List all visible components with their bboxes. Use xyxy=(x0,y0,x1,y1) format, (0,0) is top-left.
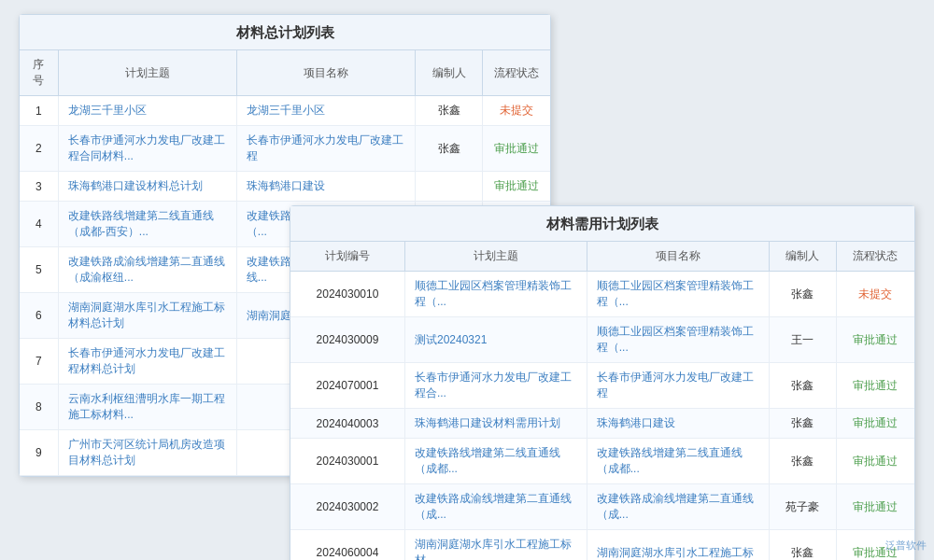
row-theme[interactable]: 湖南洞庭湖水库引水工程施工标材... xyxy=(404,530,587,561)
table-row: 2024030009 测试20240321 顺德工业园区档案管理精装饰工程（..… xyxy=(290,317,914,363)
table1-col-project: 项目名称 xyxy=(236,50,415,96)
row-no: 2 xyxy=(20,126,58,172)
watermark: 泛普软件 xyxy=(885,539,927,553)
row-no: 9 xyxy=(20,430,58,476)
table-row: 2024040003 珠海鹤港口建设材料需用计划 珠海鹤港口建设 张鑫 审批通过 xyxy=(290,409,914,439)
table-row: 2024070001 长春市伊通河水力发电厂改建工程合... 长春市伊通河水力发… xyxy=(290,363,914,409)
row-status: 审批通过 xyxy=(836,484,914,530)
need-material-plan-title: 材料需用计划列表 xyxy=(290,206,914,242)
row-project[interactable]: 顺德工业园区档案管理精装饰工程（... xyxy=(587,317,769,363)
table2-col-editor: 编制人 xyxy=(769,242,836,272)
table-row: 1 龙湖三千里小区 龙湖三千里小区 张鑫 未提交 xyxy=(20,96,550,126)
row-status: 审批通过 xyxy=(483,126,550,172)
row-code: 2024040003 xyxy=(290,409,404,439)
row-editor: 王一 xyxy=(769,317,836,363)
table2-col-project: 项目名称 xyxy=(587,242,769,272)
row-code: 2024030010 xyxy=(290,272,404,317)
table2-header-row: 计划编号 计划主题 项目名称 编制人 流程状态 xyxy=(290,242,914,272)
table1-col-editor: 编制人 xyxy=(415,50,482,96)
table-row: 2024030010 顺德工业园区档案管理精装饰工程（... 顺德工业园区档案管… xyxy=(290,272,914,317)
row-status: 未提交 xyxy=(483,96,550,126)
row-no: 4 xyxy=(20,202,58,247)
row-editor: 张鑫 xyxy=(415,96,482,126)
row-editor: 张鑫 xyxy=(769,409,836,439)
row-editor: 张鑫 xyxy=(769,439,836,484)
row-theme[interactable]: 龙湖三千里小区 xyxy=(58,96,236,126)
row-no: 1 xyxy=(20,96,58,126)
row-no: 8 xyxy=(20,385,58,430)
row-editor xyxy=(415,172,482,202)
row-theme[interactable]: 长春市伊通河水力发电厂改建工程合同材料... xyxy=(58,126,236,172)
row-project[interactable]: 湖南洞庭湖水库引水工程施工标 xyxy=(587,530,769,561)
row-editor: 张鑫 xyxy=(769,363,836,409)
table-row: 2 长春市伊通河水力发电厂改建工程合同材料... 长春市伊通河水力发电厂改建工程… xyxy=(20,126,550,172)
total-material-plan-title: 材料总计划列表 xyxy=(20,15,550,50)
row-theme[interactable]: 长春市伊通河水力发电厂改建工程合... xyxy=(404,363,587,409)
table-row: 2024030001 改建铁路线增建第二线直通线（成都... 改建铁路线增建第二… xyxy=(290,439,914,484)
row-status: 审批通过 xyxy=(836,317,914,363)
row-status: 未提交 xyxy=(836,272,914,317)
row-theme[interactable]: 改建铁路线增建第二线直通线（成都-西安）... xyxy=(58,202,236,247)
row-project[interactable]: 龙湖三千里小区 xyxy=(236,96,415,126)
row-project[interactable]: 顺德工业园区档案管理精装饰工程（... xyxy=(587,272,769,317)
row-status: 审批通过 xyxy=(836,439,914,484)
row-editor: 张鑫 xyxy=(415,126,482,172)
row-code: 2024030009 xyxy=(290,317,404,363)
row-status: 审批通过 xyxy=(836,363,914,409)
row-theme[interactable]: 珠海鹤港口建设材料总计划 xyxy=(58,172,236,202)
table1-col-theme: 计划主题 xyxy=(58,50,236,96)
row-editor: 张鑫 xyxy=(769,530,836,561)
row-no: 6 xyxy=(20,293,58,339)
row-project[interactable]: 改建铁路成渝线增建第二直通线（成... xyxy=(587,484,769,530)
row-editor: 张鑫 xyxy=(769,272,836,317)
table-row: 2024030002 改建铁路成渝线增建第二直通线（成... 改建铁路成渝线增建… xyxy=(290,484,914,530)
table2-col-theme: 计划主题 xyxy=(404,242,587,272)
table-row: 2024060004 湖南洞庭湖水库引水工程施工标材... 湖南洞庭湖水库引水工… xyxy=(290,530,914,561)
row-code: 2024060004 xyxy=(290,530,404,561)
row-no: 3 xyxy=(20,172,58,202)
need-material-plan-table: 材料需用计划列表 计划编号 计划主题 项目名称 编制人 流程状态 2024030… xyxy=(290,205,915,560)
row-theme[interactable]: 测试20240321 xyxy=(404,317,587,363)
table2-col-code: 计划编号 xyxy=(290,242,404,272)
row-code: 2024070001 xyxy=(290,363,404,409)
table1-header-row: 序号 计划主题 项目名称 编制人 流程状态 xyxy=(20,50,550,96)
row-project[interactable]: 珠海鹤港口建设 xyxy=(236,172,415,202)
row-theme[interactable]: 改建铁路成渝线增建第二直通线（成... xyxy=(404,484,587,530)
row-theme[interactable]: 湖南洞庭湖水库引水工程施工标材料总计划 xyxy=(58,293,236,339)
row-theme[interactable]: 云南水利枢纽漕明水库一期工程施工标材料... xyxy=(58,385,236,430)
row-project[interactable]: 珠海鹤港口建设 xyxy=(587,409,769,439)
row-no: 5 xyxy=(20,247,58,293)
row-theme[interactable]: 长春市伊通河水力发电厂改建工程材料总计划 xyxy=(58,339,236,385)
row-project[interactable]: 改建铁路线增建第二线直通线（成都... xyxy=(587,439,769,484)
table2-col-status: 流程状态 xyxy=(836,242,914,272)
row-status: 审批通过 xyxy=(483,172,550,202)
row-theme[interactable]: 改建铁路线增建第二线直通线（成都... xyxy=(404,439,587,484)
row-theme[interactable]: 广州市天河区统计局机房改造项目材料总计划 xyxy=(58,430,236,476)
row-theme[interactable]: 改建铁路成渝线增建第二直通线（成渝枢纽... xyxy=(58,247,236,293)
row-no: 7 xyxy=(20,339,58,385)
row-theme[interactable]: 珠海鹤港口建设材料需用计划 xyxy=(404,409,587,439)
row-status: 审批通过 xyxy=(836,409,914,439)
row-project[interactable]: 长春市伊通河水力发电厂改建工程 xyxy=(236,126,415,172)
table-row: 3 珠海鹤港口建设材料总计划 珠海鹤港口建设 审批通过 xyxy=(20,172,550,202)
row-theme[interactable]: 顺德工业园区档案管理精装饰工程（... xyxy=(404,272,587,317)
row-editor: 苑子豪 xyxy=(769,484,836,530)
row-code: 2024030001 xyxy=(290,439,404,484)
row-project[interactable]: 长春市伊通河水力发电厂改建工程 xyxy=(587,363,769,409)
table1-col-status: 流程状态 xyxy=(483,50,550,96)
table1-col-no: 序号 xyxy=(20,50,58,96)
row-code: 2024030002 xyxy=(290,484,404,530)
